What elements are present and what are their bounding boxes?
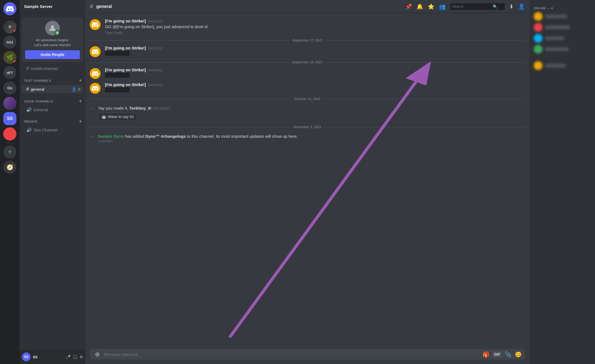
search-bar: 🔍 — [450, 3, 505, 10]
current-user-name: SS — [33, 355, 64, 359]
private-voice-icon: 🔊 — [26, 127, 32, 133]
date-divider-oct11: October 11, 2021 — [85, 95, 529, 103]
members-icon[interactable]: 👥 — [439, 3, 446, 10]
star-icon[interactable]: ⭐ — [428, 3, 434, 10]
system-message-join: → Yay you made it, Tankboy_8! 10/11/2021… — [85, 103, 529, 123]
header-icons: 📌 🔔 ⭐ 👥 🔍 ⬇ 👤 — [405, 3, 525, 10]
gift-icon[interactable]: 🎁 — [483, 351, 489, 358]
member-avatar-1 — [534, 12, 542, 21]
server-list: U 1 SS2 🌿 2 dF7 Gs SS + 🧭 — [0, 0, 20, 364]
message-text-2 — [105, 51, 525, 57]
server-icon-ss[interactable]: SS — [3, 112, 16, 125]
message-add-button[interactable]: ⊕ — [93, 350, 102, 359]
message-avatar-2 — [90, 46, 101, 57]
server-icon-df7[interactable]: dF7 — [3, 66, 16, 79]
bell-icon[interactable]: 🔔 — [416, 3, 423, 10]
dyno-changelogs-name: Dyno™ #changelogs — [145, 134, 186, 139]
message-text-3 — [105, 73, 525, 79]
sticker-icon[interactable]: 📎 — [505, 351, 512, 358]
system-text-dyno: Sample Dyno has added Dyno™ #changelogs … — [98, 133, 525, 139]
message-author-1: [I'm going on Strike!] — [105, 19, 146, 23]
invite-avatar-wrap: + — [45, 21, 60, 36]
search-icon: 🔍 — [493, 4, 497, 9]
sample-dyno-name: Sample Dyno — [98, 134, 124, 139]
badge-user3: 2 — [13, 60, 16, 64]
message-header-3: [I'm going on Strike!] 09/18/2021 — [105, 67, 525, 72]
add-voice-channel-button[interactable]: + — [78, 98, 83, 105]
chat-header-hash-icon: # — [90, 3, 93, 10]
member-name-2 — [545, 25, 570, 29]
settings-icon[interactable]: ⚙ — [77, 87, 81, 92]
voice-channels-header[interactable]: VOICE CHANNELS + — [20, 93, 85, 106]
member-item-3[interactable] — [532, 33, 593, 44]
add-member-icon[interactable]: 👤 — [72, 87, 76, 92]
channel-item-test[interactable]: 🔊 Test Channel — [22, 126, 83, 134]
headphones-icon[interactable]: 🎧 — [73, 355, 77, 359]
discord-home-button[interactable] — [3, 2, 16, 15]
server-icon-user1[interactable]: U 1 — [3, 20, 16, 33]
server-header[interactable]: Sample Server — [20, 0, 85, 13]
server-icon-user3[interactable]: 🌿 2 — [3, 51, 16, 64]
chat-header: # general 📌 🔔 ⭐ 👥 🔍 ⬇ 👤 — [85, 0, 529, 13]
member-name-1 — [545, 14, 567, 18]
join-timestamp: 10/11/2021 — [153, 106, 170, 110]
search-input[interactable] — [452, 4, 491, 8]
server-icon-user6[interactable] — [3, 97, 16, 110]
member-avatar-3 — [534, 34, 542, 43]
channel-item-general[interactable]: # general 👤 ⚙ — [22, 85, 83, 93]
members-sidebar: ONLINE — 4 — [529, 0, 595, 364]
add-text-channel-button[interactable]: + — [78, 77, 83, 84]
input-icons: 🎁 GIF 📎 😊 — [483, 351, 522, 358]
channel-item-muted[interactable]: # muted-channel — [22, 64, 83, 72]
member-name-5 — [545, 64, 566, 67]
add-server-button[interactable]: + — [3, 145, 16, 158]
message-timestamp-1: 08/21/2021 — [148, 20, 163, 23]
invite-people-button[interactable]: Invite People — [25, 50, 80, 59]
message-2: [I'm going on Strike!] 09/17/2021 — [85, 45, 529, 58]
system-content-dyno: Sample Dyno has added Dyno™ #changelogs … — [98, 133, 525, 143]
private-header[interactable]: PRIVATE + — [20, 114, 85, 126]
channel-item-general-voice[interactable]: 🔊 General — [22, 106, 83, 113]
type-reply-link[interactable]: Type Reply — [105, 31, 123, 35]
server-icon-ss2[interactable]: SS2 — [3, 36, 16, 49]
download-icon[interactable]: ⬇ — [509, 3, 514, 10]
message-author-3: [I'm going on Strike!] — [105, 67, 146, 72]
message-input-box: ⊕ 🎁 GIF 📎 😊 — [90, 349, 525, 360]
member-avatar-4 — [534, 45, 542, 54]
mic-icon[interactable]: 🎤 — [66, 355, 71, 359]
messages-container[interactable]: [I'm going on Strike!] 08/21/2021 GG @[I… — [85, 13, 529, 349]
member-item-5[interactable] — [532, 60, 593, 71]
dyno-timestamp: 11/05/2021 — [98, 140, 525, 143]
channel-list: + An adventure begins. Let's add some fr… — [20, 13, 85, 350]
user-area: SS SS 🎤 🎧 ⚙ — [20, 350, 85, 364]
message-timestamp-2: 09/17/2021 — [148, 47, 163, 50]
members-section-header: ONLINE — 4 — [532, 4, 593, 11]
message-content-4: [I'm going on Strike!] 09/18/2021 — [105, 82, 525, 94]
user-info: SS — [33, 355, 64, 359]
add-private-channel-button[interactable]: + — [78, 118, 83, 125]
member-item-1[interactable] — [532, 11, 593, 22]
message-4: [I'm going on Strike!] 09/18/2021 — [85, 81, 529, 95]
explore-servers-button[interactable]: 🧭 — [3, 161, 16, 174]
message-author-4: [I'm going on Strike!] — [105, 82, 146, 87]
message-3: [I'm going on Strike!] 09/18/2021 — [85, 66, 529, 80]
server-icon-gs[interactable]: Gs — [3, 81, 16, 95]
pin-icon[interactable]: 📌 — [405, 3, 412, 10]
text-channels-header[interactable]: TEXT CHANNELS + — [20, 73, 85, 85]
person-icon[interactable]: 👤 — [518, 3, 525, 10]
message-avatar-1 — [90, 19, 101, 30]
wave-button[interactable]: 🤖 Wave to say hi! — [98, 113, 137, 121]
emoji-icon[interactable]: 😊 — [515, 351, 522, 358]
message-input-area: ⊕ 🎁 GIF 📎 😊 — [85, 349, 529, 364]
server-icon-user8[interactable] — [3, 127, 16, 140]
settings-user-icon[interactable]: ⚙ — [80, 355, 83, 359]
system-arrow-icon: → — [90, 105, 95, 111]
gif-icon[interactable]: GIF — [493, 351, 501, 357]
badge-user1: 1 — [13, 29, 16, 33]
member-item-4[interactable] — [532, 44, 593, 55]
message-header-4: [I'm going on Strike!] 09/18/2021 — [105, 82, 525, 87]
member-avatar-2 — [534, 23, 542, 32]
message-text-4 — [105, 87, 525, 94]
member-item-2[interactable] — [532, 22, 593, 33]
message-input[interactable] — [104, 349, 480, 360]
